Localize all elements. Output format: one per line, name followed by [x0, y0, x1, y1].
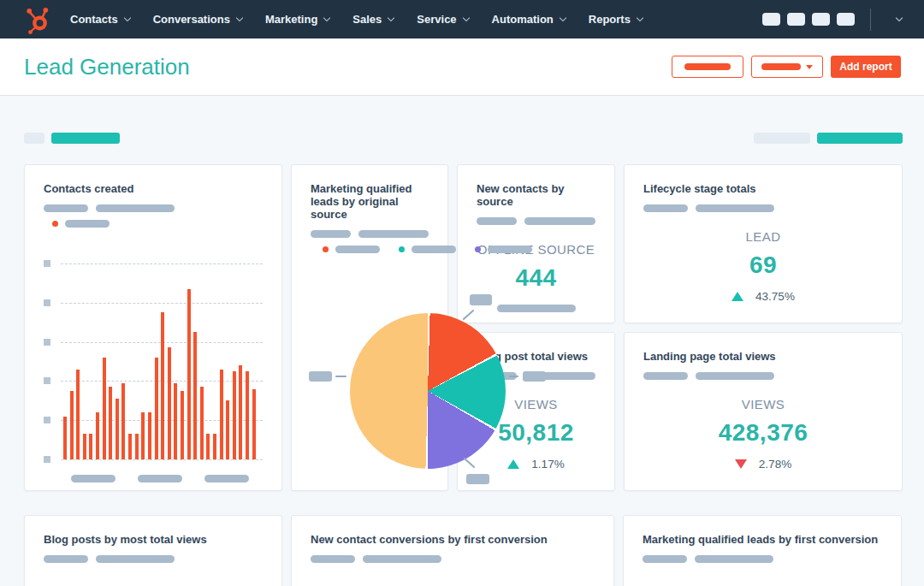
- bar: [83, 434, 86, 459]
- report-card-landing-page-total-views: Landing page total views VIEWS 428,376 2…: [624, 332, 903, 491]
- add-report-button[interactable]: Add report: [831, 56, 901, 78]
- report-title[interactable]: Lifecycle stage totals: [643, 182, 883, 195]
- report-card-mql-by-original-source: Marketing qualified leads by original so…: [291, 164, 448, 491]
- bar: [116, 399, 119, 459]
- legend-item: [475, 246, 532, 253]
- report-title[interactable]: New contacts by source: [477, 182, 595, 208]
- account-menu-chevron-down-icon[interactable]: [896, 14, 903, 21]
- skeleton-bar-teal: [817, 133, 903, 144]
- bar: [206, 434, 210, 459]
- bar: [161, 312, 164, 459]
- bar: [76, 370, 80, 459]
- bar: [70, 391, 74, 459]
- report-title[interactable]: Blog posts by most total views: [44, 533, 263, 546]
- report-card-lifecycle-stage-totals: Lifecycle stage totals LEAD 69 43.75%: [624, 164, 903, 323]
- legend-dot-icon: [399, 246, 405, 252]
- report-title[interactable]: Marketing qualified leads by original so…: [311, 182, 429, 221]
- report-title[interactable]: Marketing qualified leads by first conve…: [643, 533, 882, 546]
- nav-item-marketing[interactable]: Marketing: [265, 13, 329, 26]
- legend-item: [323, 246, 380, 253]
- metric-block: LEAD 69 43.75%: [643, 212, 883, 303]
- bar: [155, 358, 158, 459]
- metric-value: 69: [749, 252, 777, 279]
- tick-placeholder: [44, 456, 50, 463]
- report-title[interactable]: Landing page total views: [643, 350, 883, 363]
- skeleton-bar: [643, 372, 688, 380]
- chevron-down-icon: [637, 14, 643, 21]
- bar: [213, 434, 216, 459]
- pie-callout-line: [335, 376, 346, 377]
- skeleton-bar: [524, 217, 595, 225]
- report-subtitle-skeleton: [311, 555, 595, 563]
- bar: [168, 347, 171, 459]
- skeleton-bar: [488, 246, 532, 253]
- legend-dot-icon: [52, 221, 58, 227]
- skeleton-bar: [71, 475, 116, 482]
- report-subtitle-skeleton: [311, 230, 429, 238]
- pie-callout-label-placeholder: [523, 371, 546, 382]
- arrow-up-icon: [732, 292, 743, 301]
- nav-icon-placeholder[interactable]: [812, 13, 830, 26]
- pie-callout-label-placeholder: [470, 294, 492, 305]
- delta-value: 43.75%: [755, 290, 795, 303]
- metric-label: LEAD: [746, 229, 781, 244]
- skeleton-bar-teal: [51, 133, 120, 144]
- toolbar-right-skeleton: [754, 133, 903, 144]
- nav-item-automation[interactable]: Automation: [492, 13, 566, 26]
- metric-delta: 1.17%: [507, 458, 564, 471]
- skeleton-bar: [761, 63, 801, 70]
- bar-chart-bars: [63, 263, 256, 459]
- bar: [239, 365, 242, 459]
- arrow-up-icon: [507, 459, 519, 469]
- report-card-new-contact-conversions-by-first-conversion: New contact conversions by first convers…: [291, 515, 614, 586]
- nav-icon-placeholder[interactable]: [837, 13, 855, 26]
- dashboard-actions-dropdown-skeleton[interactable]: [751, 56, 823, 78]
- dashboard-filter-button-skeleton[interactable]: [672, 56, 743, 78]
- bar: [187, 289, 191, 459]
- legend-dot-icon: [323, 246, 329, 252]
- main-menu: Contacts Conversations Marketing Sales S…: [70, 13, 643, 26]
- skeleton-bar: [204, 475, 249, 482]
- report-card-mql-by-first-conversion: Marketing qualified leads by first conve…: [623, 515, 902, 586]
- tick-placeholder: [44, 377, 50, 384]
- nav-item-sales[interactable]: Sales: [352, 13, 394, 26]
- report-subtitle-skeleton: [643, 204, 883, 212]
- metric-value: 428,376: [719, 419, 808, 447]
- nav-item-reports[interactable]: Reports: [589, 13, 643, 26]
- metric-label: VIEWS: [514, 397, 557, 411]
- nav-item-label: Reports: [589, 13, 631, 26]
- nav-item-service[interactable]: Service: [417, 13, 468, 26]
- skeleton-bar: [138, 475, 182, 482]
- skeleton-bar: [643, 555, 687, 563]
- bar: [109, 387, 112, 459]
- skeleton-bar: [497, 305, 576, 312]
- bar: [246, 371, 249, 459]
- metric-block: VIEWS 428,376 2.78%: [643, 380, 883, 471]
- nav-icon-placeholder[interactable]: [787, 13, 805, 26]
- pie-chart: [350, 313, 506, 469]
- hubspot-logo-icon[interactable]: [26, 5, 50, 34]
- delta-value: 1.17%: [531, 458, 564, 471]
- report-grid-row-2: Blog posts by most total views New conta…: [24, 515, 903, 586]
- bar: [181, 391, 184, 459]
- arrow-down-icon: [735, 459, 747, 469]
- skeleton-bar: [65, 220, 110, 228]
- skeleton-bar: [96, 204, 175, 212]
- nav-item-conversations[interactable]: Conversations: [153, 13, 242, 26]
- pie-callout-label-placeholder: [309, 371, 332, 382]
- nav-item-label: Contacts: [70, 13, 118, 26]
- nav-item-contacts[interactable]: Contacts: [70, 13, 130, 26]
- skeleton-bar: [754, 133, 810, 144]
- report-subtitle-skeleton: [477, 217, 595, 225]
- skeleton-bar: [311, 230, 351, 238]
- skeleton-bar: [684, 63, 731, 70]
- report-grid-row-1: Contacts created: [24, 164, 903, 491]
- skeleton-bar: [695, 555, 773, 563]
- skeleton-bar: [311, 555, 355, 563]
- header-actions: Add report: [672, 56, 901, 78]
- report-title[interactable]: Contacts created: [44, 182, 263, 195]
- skeleton-bar: [358, 230, 429, 238]
- nav-icon-placeholder[interactable]: [762, 13, 780, 26]
- skeleton-bar: [696, 372, 774, 380]
- report-title[interactable]: New contact conversions by first convers…: [311, 533, 595, 546]
